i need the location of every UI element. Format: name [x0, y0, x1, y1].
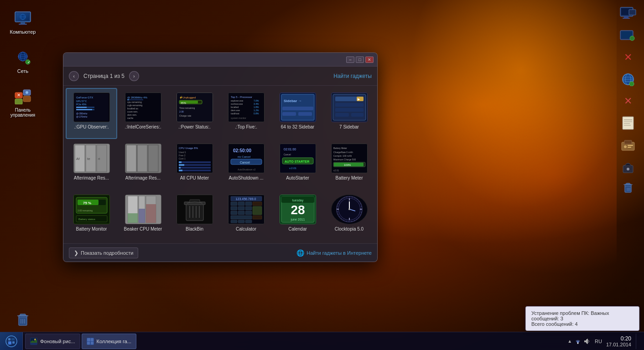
svg-text:cpu-remaining: cpu-remaining — [127, 101, 142, 103]
svg-text:tuesday: tuesday — [292, 199, 303, 202]
find-online-link[interactable]: 🌐 Найти гаджеты в Интернете — [296, 249, 372, 257]
gadget-thumb-blackbin — [177, 195, 213, 224]
expand-tray-button[interactable]: ▲ — [567, 339, 572, 344]
gadget-thumb-power-status: ⚡Unplugged 45% Time remaining 2:30 Charg… — [177, 93, 213, 122]
svg-text:localted: localted — [231, 106, 239, 108]
show-details-label: Показать подробности — [81, 250, 133, 256]
gadget-item-battery-meter[interactable]: Battery Meter ChargeRate 0 mAh Comp/e: 1… — [323, 139, 375, 190]
svg-point-51 — [627, 168, 629, 170]
svg-rect-126 — [148, 145, 158, 172]
gadget-item-sidebar-7[interactable]: ▶ 7 Sidebar — [323, 88, 375, 139]
gadget-item-all-cpu[interactable]: CPU Usage 8% Used 1 Free 2 Cont 1 All CP… — [169, 139, 220, 190]
svg-rect-46 — [624, 140, 632, 144]
gadget-item-sidebar-64[interactable]: Sidebar → 64 to 32 Sidebar — [272, 88, 323, 139]
svg-rect-191 — [231, 206, 237, 210]
gadget-item-beaker-cpu[interactable]: Beaker CPU Meter — [117, 190, 169, 241]
right-icon-3[interactable]: ✕ — [619, 48, 637, 67]
svg-rect-106 — [298, 112, 312, 116]
svg-rect-222 — [11, 338, 15, 340]
gadget-item-clocktopia[interactable]: Clocktopia 5.0 — [323, 190, 375, 241]
svg-text:45%: 45% — [181, 102, 187, 104]
network-tray-icon[interactable] — [574, 338, 582, 345]
svg-rect-174 — [139, 209, 145, 223]
gadget-label-intel-core: .:IntelCoreSeries:. — [125, 124, 161, 129]
gadget-item-battery-monitor[interactable]: 75 % 2:00 remaining Battery status Batte… — [66, 190, 117, 241]
svg-text:te: te — [87, 157, 90, 161]
close-button[interactable]: ✕ — [365, 57, 374, 63]
desktop-icon-control-panel[interactable]: ✕ Панель управления — [5, 85, 41, 120]
gadget-label-beaker-cpu: Beaker CPU Meter — [124, 226, 162, 232]
right-icon-7[interactable] — [619, 136, 637, 154]
desktop-icon-computer[interactable]: Компьютер — [5, 7, 41, 37]
svg-point-218 — [348, 208, 350, 210]
svg-text:75 %: 75 % — [83, 201, 91, 205]
svg-rect-193 — [245, 206, 252, 210]
taskbar-item-wallpaper[interactable]: Фоновый рис... — [25, 334, 80, 349]
language-indicator[interactable]: RU — [593, 338, 604, 345]
right-icon-5[interactable]: ✕ — [619, 92, 637, 110]
svg-text:1.8%: 1.8% — [254, 106, 259, 108]
right-icon-9[interactable] — [619, 180, 637, 198]
svg-text:2:30: 2:30 — [179, 110, 184, 113]
right-icon-6[interactable] — [619, 114, 637, 132]
taskbar-item-gadgets[interactable]: Коллекция га... — [82, 334, 137, 349]
svg-text:nic  Cancel: nic Cancel — [238, 155, 250, 158]
svg-text:AUTO STARTER: AUTO STARTER — [285, 160, 309, 163]
clock-area[interactable]: 0:20 17.01.2014 — [606, 335, 631, 347]
volume-tray-icon[interactable] — [583, 338, 591, 345]
gadget-item-top-five[interactable]: Top 5 - Processor explorer.exe7.0% svcho… — [220, 88, 272, 139]
taskbar: Фоновый рис... Коллекция га... ▲ — [0, 332, 644, 350]
gadget-item-blackbin[interactable]: BlackBin — [169, 190, 220, 241]
prev-page-button[interactable]: ‹ — [69, 71, 79, 81]
svg-rect-175 — [146, 204, 156, 223]
next-page-button[interactable]: › — [129, 71, 139, 81]
svg-rect-40 — [623, 117, 634, 129]
show-desktop-button[interactable] — [636, 334, 639, 349]
start-button[interactable] — [0, 332, 23, 350]
svg-rect-201 — [238, 220, 244, 223]
svg-text:✕: ✕ — [17, 93, 21, 98]
svg-point-47 — [624, 145, 627, 148]
gadget-item-autostarter[interactable]: 02:01:00 Cancel AUTO STARTER v.2.01 Auto… — [272, 139, 323, 190]
notification-popup[interactable]: Устранение проблем ПК: Важных сообщений:… — [525, 306, 639, 331]
svg-rect-197 — [245, 211, 252, 215]
svg-rect-136 — [179, 167, 211, 169]
gadget-label-calendar: Calendar — [288, 226, 307, 232]
gadget-item-autoshutdown[interactable]: 02:50:00 nic Cancel Cancel AutoShutdown … — [220, 139, 272, 190]
svg-rect-113 — [351, 113, 364, 117]
earth-icon: 🌐 — [296, 249, 304, 257]
recycle-bin-icon — [14, 311, 32, 329]
gadget-label-gpu-observer: .:GPU Observer:. — [74, 124, 109, 129]
desktop-icon-network[interactable]: ✓ Сеть — [5, 46, 41, 76]
svg-rect-29 — [624, 16, 628, 18]
gadget-label-afterimage2: Afterimage Res... — [125, 175, 161, 180]
right-icon-8[interactable] — [619, 158, 637, 176]
wallpaper-taskbar-label: Фоновый рис... — [40, 339, 75, 344]
gadget-item-afterimage2[interactable]: Afterimage Res... — [117, 139, 169, 190]
maximize-button[interactable]: □ — [356, 57, 364, 63]
svg-rect-194 — [253, 206, 262, 215]
systray-icons — [574, 338, 591, 345]
gadget-item-calculator[interactable]: 123.456.789.0 — [220, 190, 272, 241]
svg-rect-192 — [238, 206, 244, 210]
gadget-item-power-status[interactable]: ⚡Unplugged 45% Time remaining 2:30 Charg… — [169, 88, 220, 139]
show-details-button[interactable]: ❯ Показать подробности — [69, 247, 138, 258]
svg-rect-230 — [91, 338, 93, 341]
right-icon-4[interactable] — [619, 70, 637, 88]
gadget-label-calculator: Calculator — [236, 226, 256, 232]
gadget-item-intel-core[interactable]: @ 2800MHz 4% cpu-remaining crgb-remainin… — [117, 88, 169, 139]
svg-rect-232 — [91, 342, 93, 345]
svg-rect-138 — [179, 170, 211, 171]
clock-time: 0:20 — [621, 335, 631, 342]
svg-rect-67 — [76, 109, 92, 110]
svg-text:Charge rate: Charge rate — [179, 114, 192, 117]
chevron-down-icon: ❯ — [74, 250, 78, 256]
gadget-item-calendar[interactable]: tuesday 28 june 2011 Calendar — [272, 190, 323, 241]
find-gadgets-link[interactable]: Найти гаджеты — [333, 73, 372, 79]
svg-rect-231 — [87, 342, 90, 345]
gadget-item-afterimage1[interactable]: Af te ri Afterimage Res... — [66, 139, 117, 190]
gadget-item-gpu-observer[interactable]: GeForce GTX GPU 57°C PCIe 45% @-350mhz @… — [66, 88, 117, 139]
minimize-button[interactable]: – — [346, 57, 354, 63]
right-icon-1[interactable] — [619, 5, 637, 23]
right-icon-2[interactable] — [619, 26, 637, 45]
